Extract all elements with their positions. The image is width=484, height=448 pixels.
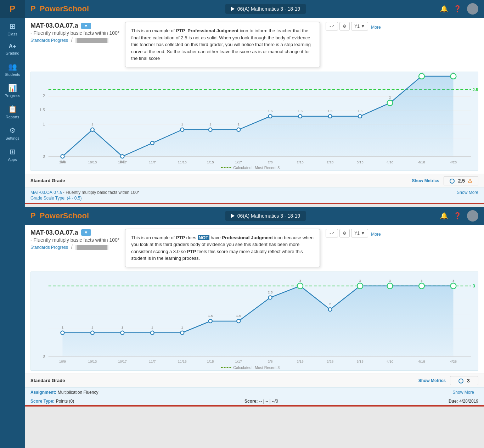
panel1-grade-circle (450, 179, 455, 184)
svg-text:1: 1 (91, 122, 94, 126)
svg-point-22 (358, 114, 362, 118)
panel2-settings-btn[interactable]: ⚙ (339, 229, 350, 237)
svg-text:1: 1 (91, 325, 94, 329)
panel1-grade-display: 2.5 ⚠ (444, 176, 478, 185)
panel2-show-more[interactable]: Show More (452, 390, 474, 395)
panel1-more-link[interactable]: More (371, 25, 381, 30)
help-icon-1[interactable]: ❓ (454, 5, 461, 13)
svg-text:4/10: 4/10 (387, 359, 394, 363)
svg-text:2: 2 (43, 94, 45, 98)
svg-text:1: 1 (181, 122, 184, 126)
sidebar-item-students[interactable]: 👥 Students (0, 58, 25, 79)
svg-text:10/9: 10/9 (59, 359, 66, 363)
sidebar-item-apps[interactable]: ⊞ Apps (0, 143, 25, 164)
panel1-show-metrics[interactable]: Show Metrics (412, 178, 439, 183)
svg-point-76 (450, 283, 456, 289)
panel1-controls: ~✓ ⚙ Y1 ▼ More (326, 22, 381, 30)
panel1-grade-bar: Standard Grade Show Metrics 2.5 ⚠ (25, 174, 484, 187)
svg-point-15 (151, 141, 154, 145)
panel1-grade-label: Standard Grade (30, 178, 65, 183)
panel2-tooltip: This is an example of PTP does NOT have … (125, 229, 320, 267)
panel2-not-badge: NOT (198, 235, 209, 240)
sidebar-logo: P (0, 0, 25, 18)
svg-text:1: 1 (122, 325, 124, 329)
svg-text:1/17: 1/17 (235, 160, 242, 164)
panel2-grade-value: 3 (467, 378, 470, 383)
svg-text:2/8: 2/8 (268, 359, 273, 363)
sidebar-item-progress[interactable]: 📊 Progress (0, 79, 25, 101)
svg-text:2: 2 (389, 95, 391, 99)
svg-point-71 (297, 283, 303, 289)
svg-text:10/9: 10/9 (59, 160, 66, 164)
svg-text:2/8: 2/8 (268, 160, 273, 164)
panel2-standard-code: MAT-03.OA.07.a (30, 229, 78, 236)
svg-text:11/7: 11/7 (149, 359, 156, 363)
panel2-dropdown-btn[interactable]: ▼ (81, 229, 91, 236)
svg-point-16 (180, 128, 184, 131)
panel2-more-link[interactable]: More (371, 232, 381, 237)
panel1-dropdown-btn[interactable]: ▼ (81, 23, 91, 29)
class-badge-2[interactable]: 06(A) Mathematics 3 - 18-19 (225, 211, 306, 221)
panel1-info-standard-link[interactable]: MAT-03.OA.07.a (30, 190, 62, 195)
sidebar: P ⊞ Class A+ Grading 👥 Students 📊 Progre… (0, 0, 25, 448)
panel1-standard-code: MAT-03.OA.07.a (30, 22, 78, 29)
bell-icon-1[interactable]: 🔔 (440, 5, 448, 13)
svg-text:11/15: 11/15 (178, 359, 187, 363)
logo-icon: P (10, 4, 15, 14)
svg-point-20 (298, 114, 302, 118)
play-icon-1 (231, 7, 235, 11)
bell-icon-2[interactable]: 🔔 (440, 212, 448, 220)
panel1-standards-progress-link[interactable]: Standards Progress (30, 38, 68, 43)
panel1-standard-desc: - Fluently multiply basic facts within 1… (30, 30, 119, 36)
panel2-assignment-name: Multiplication Fluency (58, 390, 99, 395)
panel-2: MAT-03.OA.07.a ▼ - Fluently multiply bas… (25, 225, 484, 407)
avatar-2[interactable] (467, 210, 478, 222)
sidebar-item-reports[interactable]: 📋 Reports (0, 101, 25, 122)
svg-point-19 (269, 114, 272, 118)
sidebar-label-grading: Grading (5, 51, 19, 55)
svg-text:3/13: 3/13 (356, 160, 364, 164)
sidebar-item-grading[interactable]: A+ Grading (0, 39, 25, 58)
panel2-standard-title: MAT-03.OA.07.a ▼ (30, 229, 119, 236)
help-icon-2[interactable]: ❓ (454, 212, 461, 220)
svg-text:1.5: 1.5 (328, 109, 333, 113)
avatar-1[interactable] (467, 3, 478, 15)
panel2-standards-progress-link[interactable]: Standards Progress (30, 245, 68, 250)
svg-text:1/15: 1/15 (207, 160, 214, 164)
panel1-settings-btn[interactable]: ⚙ (339, 22, 350, 30)
svg-text:10/17: 10/17 (118, 359, 127, 363)
svg-text:2/15: 2/15 (297, 160, 304, 164)
svg-text:1.5: 1.5 (40, 108, 45, 112)
svg-text:1.5: 1.5 (236, 314, 241, 318)
svg-text:2/15: 2/15 (297, 359, 304, 363)
panel1-graph-btn[interactable]: ~✓ (326, 22, 338, 30)
topbar-1: P PowerSchool 06(A) Mathematics 3 - 18-1… (25, 0, 484, 18)
sidebar-item-settings[interactable]: ⚙ Settings (0, 122, 25, 143)
svg-text:1: 1 (181, 325, 184, 329)
panel2-show-metrics[interactable]: Show Metrics (418, 378, 446, 383)
brand-name-2: PowerSchool (40, 211, 89, 220)
panel2-score-value: -- | -- | --/0 (259, 399, 278, 404)
panel1-info-show-more[interactable]: Show More (457, 190, 478, 195)
svg-text:1: 1 (238, 122, 240, 126)
svg-text:3: 3 (359, 279, 361, 282)
sidebar-item-class[interactable]: ⊞ Class (0, 18, 25, 39)
panel1-chart-svg: 0 1 1.5 2 2.5 (31, 72, 478, 170)
panel2-graph-btn[interactable]: ~✓ (326, 229, 338, 237)
svg-text:4/28: 4/28 (450, 160, 457, 164)
panel1-warning-icon: ⚠ (468, 178, 472, 184)
panel1-year-btn[interactable]: Y1 ▼ (351, 22, 368, 30)
svg-text:11/15: 11/15 (178, 160, 187, 164)
svg-point-18 (237, 128, 240, 131)
svg-point-21 (328, 114, 332, 118)
svg-point-17 (209, 128, 212, 131)
svg-text:1: 1 (43, 122, 45, 126)
class-name-1: 06(A) Mathematics 3 - 18-19 (237, 6, 300, 12)
panel-1: MAT-03.OA.07.a ▼ - Fluently multiply bas… (25, 18, 484, 204)
panel2-year-btn[interactable]: Y1 ▼ (351, 229, 368, 237)
svg-text:1.5: 1.5 (268, 109, 273, 113)
svg-text:0: 0 (43, 154, 45, 158)
panel1-ptp-text: PTP (176, 28, 185, 33)
svg-text:2/28: 2/28 (327, 160, 334, 164)
class-badge-1[interactable]: 06(A) Mathematics 3 - 18-19 (225, 4, 306, 14)
